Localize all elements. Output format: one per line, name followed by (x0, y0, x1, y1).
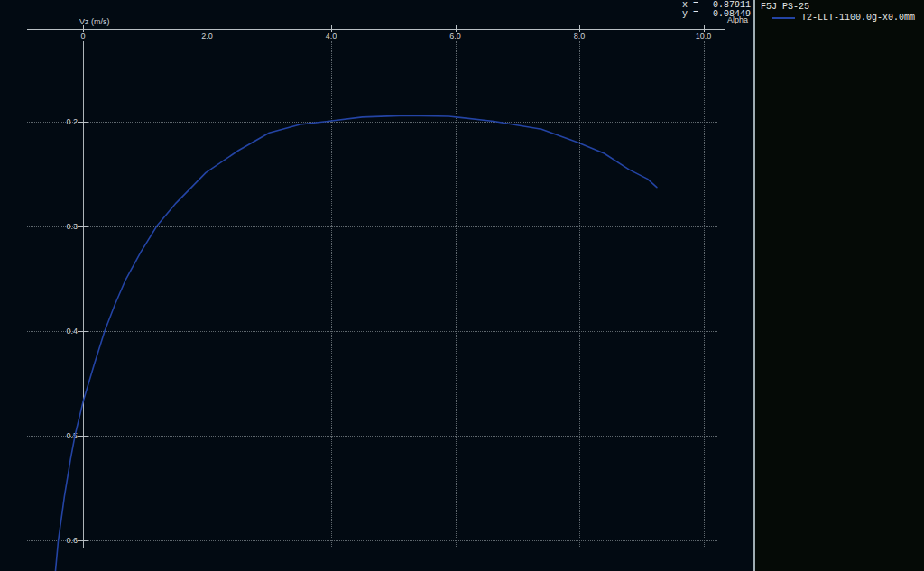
polar-curve[interactable] (55, 115, 657, 571)
legend-series-label: T2-LLT-1100.0g-x0.0mm (801, 13, 915, 23)
polar-plot-canvas[interactable]: x =-0.87911 y =0.08449 Vz (m/s) Alpha 02… (0, 0, 753, 571)
legend-title: F5J PS-25 (761, 2, 924, 12)
legend-line-swatch (772, 17, 795, 19)
legend-pane: F5J PS-25 T2-LLT-1100.0g-x0.0mm (755, 0, 924, 571)
legend-item[interactable]: T2-LLT-1100.0g-x0.0mm (772, 13, 924, 23)
polar-curve-svg (0, 0, 753, 571)
